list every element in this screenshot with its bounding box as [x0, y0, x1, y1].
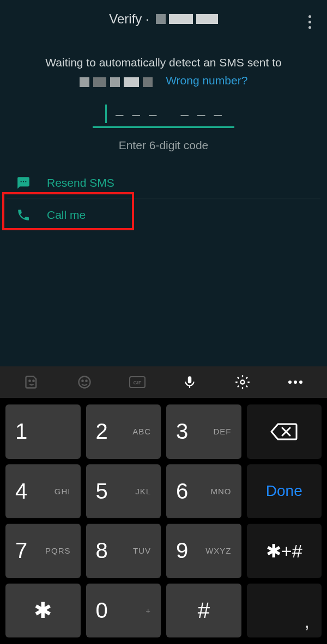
key-comma[interactable]: , [247, 584, 322, 638]
key-6[interactable]: 6MNO [166, 464, 241, 519]
key-symbols[interactable]: ✱+# [247, 524, 322, 578]
call-me-button[interactable]: Call me [0, 199, 327, 231]
mic-icon[interactable] [180, 373, 199, 391]
actions: Resend SMS Call me [0, 167, 327, 231]
key-3[interactable]: 3DEF [166, 404, 241, 459]
gif-icon[interactable]: GIF [128, 373, 147, 391]
keypad-grid: 1 2ABC 3DEF 4GHI 5JKL 6MNO Done 7PQRS 8T… [0, 398, 327, 644]
key-star[interactable]: ✱ [5, 584, 81, 638]
svg-point-7 [86, 381, 87, 382]
sms-icon [16, 176, 31, 190]
svg-point-0 [21, 181, 22, 182]
wrong-number-link[interactable]: Wrong number? [166, 74, 247, 87]
intro-text: Waiting to automatically detect an SMS s… [0, 54, 327, 87]
header: Verify · [0, 0, 327, 38]
svg-point-13 [294, 381, 297, 384]
waiting-text: Waiting to automatically detect an SMS s… [16, 54, 311, 71]
svg-text:GIF: GIF [133, 380, 142, 385]
key-done[interactable]: Done [247, 464, 322, 519]
svg-point-5 [78, 377, 90, 388]
svg-point-6 [82, 381, 83, 382]
sticker-icon[interactable] [22, 373, 41, 391]
code-input[interactable]: ––– ––– [93, 103, 234, 128]
numeric-keyboard: GIF 1 2ABC 3DEF 4GHI 5JKL 6MNO Done 7PQR [0, 366, 327, 644]
svg-point-1 [23, 181, 24, 182]
emoji-icon[interactable] [75, 373, 94, 391]
backspace-icon [270, 422, 298, 441]
key-2[interactable]: 2ABC [86, 404, 161, 459]
key-1[interactable]: 1 [5, 404, 81, 459]
svg-point-3 [29, 381, 31, 382]
more-icon[interactable] [286, 373, 305, 391]
svg-point-14 [299, 381, 302, 384]
verify-screen: Verify · Waiting to automatically detect… [0, 0, 327, 644]
key-7[interactable]: 7PQRS [5, 524, 81, 578]
svg-point-4 [33, 381, 34, 382]
key-4[interactable]: 4GHI [5, 464, 81, 519]
resend-label: Resend SMS [47, 176, 114, 189]
call-label: Call me [47, 208, 86, 222]
key-hash[interactable]: # [166, 584, 241, 638]
key-0[interactable]: 0+ [86, 584, 161, 638]
keyboard-toolbar: GIF [0, 366, 327, 398]
overflow-menu-icon[interactable] [303, 14, 316, 30]
svg-point-2 [25, 181, 26, 182]
text-cursor [105, 105, 107, 123]
svg-point-11 [240, 381, 244, 384]
key-8[interactable]: 8TUV [86, 524, 161, 578]
key-5[interactable]: 5JKL [86, 464, 161, 519]
phone-icon [16, 208, 31, 222]
settings-icon[interactable] [233, 373, 252, 391]
code-hint: Enter 6-digit code [0, 139, 327, 152]
svg-point-12 [288, 381, 292, 384]
key-9[interactable]: 9WXYZ [166, 524, 241, 578]
page-title: Verify · [109, 11, 217, 27]
redacted-number-body [80, 77, 153, 87]
title-text: Verify · [109, 11, 149, 27]
resend-sms-button[interactable]: Resend SMS [0, 167, 327, 199]
key-backspace[interactable] [247, 404, 322, 459]
redacted-number-header [156, 14, 218, 24]
